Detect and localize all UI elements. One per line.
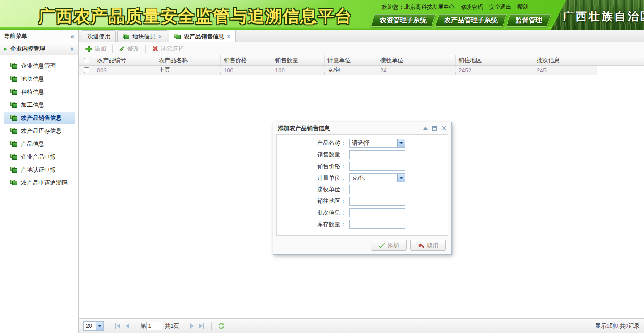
help-link[interactable]: 帮助 [517, 4, 529, 10]
unit-label: 计量单位： [277, 174, 349, 182]
receiver-input[interactable] [349, 185, 405, 194]
section-collapse-icon[interactable]: « [69, 47, 76, 51]
sales-region-input[interactable] [349, 197, 405, 206]
subsystem-supervision-button[interactable]: 监督管理 [506, 14, 551, 27]
select-all-checkbox-cell [79, 55, 94, 65]
product-name-select[interactable]: 请选择 [349, 139, 405, 148]
record-count-status: 显示1到0,共0记录 [595, 322, 640, 330]
prev-page-button[interactable] [123, 323, 132, 329]
section-label: 企业内控管理 [10, 45, 45, 53]
stock-quantity-label: 库存数量： [277, 220, 349, 228]
sidebar-item-enterprise-product-declare[interactable]: 企业产品申报 [4, 151, 75, 163]
tab-bar: 欢迎使用 地块信息 × 农产品销售信息 × [79, 30, 644, 42]
close-icon[interactable]: ✕ [441, 126, 447, 131]
app-title: 广西农产品质量安全监管与追溯信息平台 [38, 5, 352, 28]
pagination-bar: 20 第 共1页 显示1到0,共0记录 [79, 318, 644, 333]
chevron-down-icon [96, 322, 103, 330]
sidebar-item-trace-code-apply[interactable]: 农产品申请追溯码 [4, 177, 75, 189]
sidebar-item-plot-info[interactable]: 地块信息 [4, 73, 75, 85]
cell-sales-quantity: 100 [272, 66, 325, 75]
page-size-select[interactable]: 20 [83, 321, 104, 331]
column-product-name[interactable]: 农产品名称 [156, 55, 221, 65]
plus-icon [85, 46, 92, 52]
folder-icon [10, 63, 17, 69]
tab-plot-info[interactable]: 地块信息 × [117, 30, 167, 42]
table-header: 农产品编号 农产品名称 销售价格 销售数量 计量单位 接收单位 销往地区 批次信… [79, 55, 644, 66]
folder-icon [10, 141, 17, 147]
sidebar-header: 导航菜单 « [0, 30, 78, 42]
stock-quantity-input[interactable] [349, 220, 405, 229]
column-sales-price[interactable]: 销售价格 [221, 55, 272, 65]
edit-button[interactable]: 修改 [116, 45, 142, 53]
row-checkbox[interactable] [84, 67, 89, 73]
product-name-label: 产品名称： [277, 139, 349, 147]
tab-welcome[interactable]: 欢迎使用 [82, 30, 116, 42]
navigation-sidebar: 导航菜单 « ▶ 企业内控管理 « 企业信息管理 地块信息 种植信息 加工信息 [0, 30, 79, 333]
folder-icon [174, 34, 181, 40]
chevron-down-icon [397, 174, 405, 182]
sidebar-section-enterprise-control[interactable]: ▶ 企业内控管理 « [0, 42, 78, 55]
sidebar-item-product-stock-info[interactable]: 农产品库存信息 [4, 125, 75, 137]
sidebar-item-origin-cert-declare[interactable]: 产地认证申报 [4, 164, 75, 176]
receiver-label: 接收单位： [277, 185, 349, 194]
total-pages-label: 共1页 [165, 322, 179, 330]
sidebar-menu: 企业信息管理 地块信息 种植信息 加工信息 农产品销售信息 农产品库存信息 [0, 55, 78, 190]
minimize-icon[interactable] [423, 126, 428, 131]
dialog-add-button[interactable]: 添加 [371, 240, 407, 251]
sidebar-item-enterprise-info[interactable]: 企业信息管理 [4, 60, 75, 72]
sidebar-item-planting-info[interactable]: 种植信息 [4, 86, 75, 98]
sales-region-label: 销往地区： [277, 197, 349, 205]
column-product-id[interactable]: 农产品编号 [94, 55, 156, 65]
unit-select[interactable]: 克/包 [349, 173, 405, 182]
cell-unit: 克/包 [325, 66, 377, 75]
sales-price-input[interactable] [349, 162, 405, 171]
add-button[interactable]: 添加 [83, 45, 109, 53]
batch-info-input[interactable] [349, 208, 405, 217]
wheat-field-photo: 广西壮族自治区 [551, 0, 644, 30]
sidebar-collapse-icon[interactable]: « [71, 33, 74, 39]
logout-link[interactable]: 安全退出 [489, 4, 512, 10]
sidebar-item-processing-info[interactable]: 加工信息 [4, 99, 75, 111]
column-receiver[interactable]: 接收单位 [377, 55, 456, 65]
dialog-cancel-button[interactable]: 取消 [410, 240, 446, 251]
dialog-titlebar[interactable]: 添加农产品销售信息 ✕ [273, 122, 451, 134]
first-page-button[interactable] [112, 323, 123, 329]
cell-batch-info: 245 [534, 66, 597, 75]
refresh-icon[interactable] [217, 322, 225, 329]
folder-icon [10, 180, 17, 186]
next-page-button[interactable] [187, 323, 196, 329]
folder-icon [123, 34, 130, 40]
chevron-down-icon [397, 139, 405, 147]
red-x-icon [152, 46, 158, 52]
column-batch-info[interactable]: 批次信息 [534, 55, 597, 65]
column-unit[interactable]: 计量单位 [325, 55, 377, 65]
cell-product-id: 003 [94, 66, 156, 75]
sidebar-item-product-info[interactable]: 产品信息 [4, 138, 75, 150]
grid-toolbar: 添加 修改 清除选择 [79, 42, 644, 55]
subsystem-agri-materials-button[interactable]: 农资管理子系统 [370, 14, 436, 27]
select-all-checkbox[interactable] [84, 58, 89, 63]
sidebar-item-product-sales-info[interactable]: 农产品销售信息 [4, 112, 75, 124]
welcome-bar: 欢迎您：北京高科技发展中心 修改密码 安全退出 帮助 [382, 4, 529, 11]
folder-icon [10, 115, 17, 121]
cell-product-name: 土豆 [156, 66, 221, 75]
table-row[interactable]: 003 土豆 100 100 克/包 24 2452 245 [79, 66, 597, 75]
section-arrow-icon: ▶ [4, 46, 7, 51]
tab-close-icon[interactable]: × [158, 33, 162, 40]
subsystem-agri-products-button[interactable]: 农产品管理子系统 [435, 14, 507, 27]
column-sales-region[interactable]: 销往地区 [456, 55, 534, 65]
check-icon [378, 242, 385, 248]
tab-close-icon[interactable]: × [227, 33, 231, 40]
undo-arrow-icon [418, 242, 424, 249]
change-password-link[interactable]: 修改密码 [461, 4, 483, 10]
last-page-button[interactable] [196, 323, 207, 329]
column-sales-quantity[interactable]: 销售数量 [272, 55, 325, 65]
folder-icon [10, 76, 17, 82]
sales-quantity-input[interactable] [349, 150, 405, 159]
sales-price-label: 销售价格： [277, 162, 349, 170]
tab-product-sales-info[interactable]: 农产品销售信息 × [169, 30, 236, 42]
maximize-icon[interactable] [432, 126, 437, 131]
clear-selection-button[interactable]: 清除选择 [149, 45, 186, 53]
page-number-input[interactable] [146, 322, 162, 330]
dialog-form: 产品名称： 请选择 销售数量： 销售价格： 计量单位： 克/包 接收单位： [276, 134, 448, 236]
